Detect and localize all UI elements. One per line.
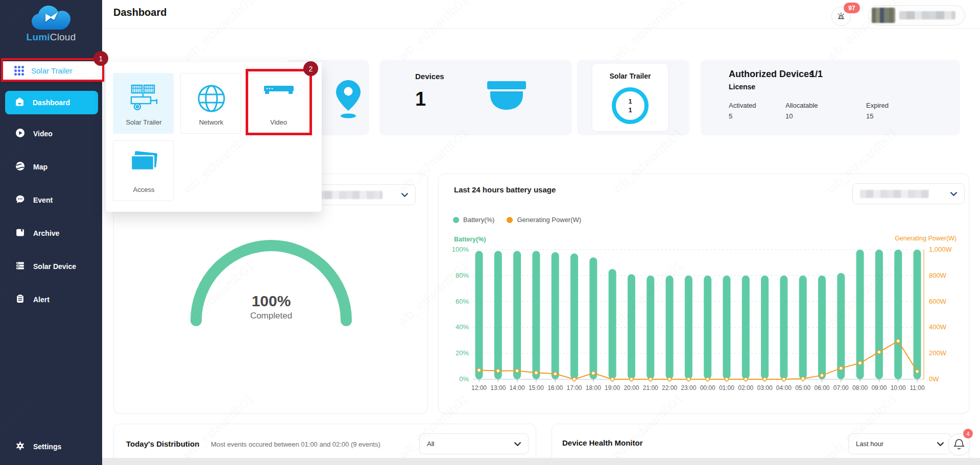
svg-text:1,000W: 1,000W [929, 246, 952, 253]
license-col-value: 15 [866, 112, 889, 120]
svg-text:800W: 800W [929, 272, 947, 279]
chart-filter-dropdown[interactable] [852, 183, 965, 204]
distribution-filter-dropdown[interactable]: All [419, 433, 529, 454]
distribution-subtitle: Most events occured between 01:00 and 02… [211, 440, 380, 448]
access-screens-icon [113, 151, 174, 173]
network-globe-icon [181, 84, 242, 113]
chevron-down-icon [514, 442, 521, 446]
cloud-logo-icon [30, 3, 73, 32]
solar-trailer-title: Solar Trailer [592, 72, 668, 80]
license-col-value: 10 [785, 112, 818, 120]
avatar [872, 8, 895, 23]
authorized-devices-ratio: 1/1 [810, 69, 823, 80]
license-label: License [729, 83, 755, 91]
sidebar-item-label: Alert [33, 296, 50, 304]
solar-trailer-icon [113, 84, 174, 113]
license-col-label: Expired [866, 102, 889, 109]
watermark-text: wb_edwardb01 [180, 0, 257, 64]
dropdown-value-redacted [860, 190, 929, 198]
battery-usage-card: Last 24 hours battery usage Battery(%)Ge… [438, 174, 969, 413]
svg-text:100%: 100% [452, 246, 469, 253]
svg-text:600W: 600W [929, 298, 947, 305]
sidebar-item-archive[interactable]: Archive [0, 222, 102, 245]
app-menu-popup: Solar TrailerNetworkVideoAccess [106, 62, 322, 212]
svg-text:01:00: 01:00 [719, 384, 734, 391]
legend-label: Battery(%) [463, 216, 494, 224]
svg-text:0%: 0% [459, 375, 469, 383]
map-icon [15, 161, 25, 173]
svg-text:15:00: 15:00 [529, 384, 544, 391]
svg-text:16:00: 16:00 [547, 384, 563, 391]
svg-text:17:00: 17:00 [567, 384, 582, 391]
chevron-down-icon [950, 192, 957, 196]
user-account-button[interactable] [868, 5, 965, 26]
chevron-down-icon [937, 442, 944, 446]
app-tile-label: Network [181, 118, 242, 126]
distribution-title: Today's Distribution [126, 439, 199, 448]
location-pin-icon [336, 80, 362, 120]
video-icon [15, 128, 25, 139]
svg-text:Generating Power(W): Generating Power(W) [895, 235, 957, 242]
svg-text:00:00: 00:00 [700, 384, 715, 391]
app-tile-solar-trailer[interactable]: Solar Trailer [113, 73, 174, 134]
header-divider [102, 28, 980, 29]
license-col-activated: Activated5 [729, 102, 756, 120]
license-col-expired: Expired15 [866, 102, 889, 120]
svg-text:80%: 80% [456, 272, 469, 279]
app-tile-video[interactable]: Video [248, 73, 308, 134]
apps-grid-icon [14, 66, 24, 76]
health-bell-badge: 4 [963, 429, 973, 438]
archive-icon [15, 228, 25, 239]
svg-text:Battery(%): Battery(%) [454, 236, 486, 243]
svg-text:19:00: 19:00 [605, 384, 620, 391]
brand-name: LumiCloud [0, 32, 102, 43]
sidebar-item-alert[interactable]: Alert [0, 288, 102, 311]
health-filter-dropdown[interactable]: Last hour [848, 433, 951, 454]
sidebar-item-event[interactable]: Event [0, 188, 102, 212]
watermark-text: wb_edwardb01 [394, 0, 472, 64]
device-health-title: Device Health Monitor [562, 438, 643, 447]
license-col-value: 5 [729, 112, 756, 120]
devices-count: 1 [415, 88, 426, 110]
alert-icon [15, 294, 25, 305]
siren-icon [836, 11, 846, 21]
legend-item[interactable]: Battery(%) [453, 216, 494, 224]
svg-text:22:00: 22:00 [662, 384, 677, 391]
svg-text:12:00: 12:00 [471, 384, 487, 391]
license-col-label: Allocatable [785, 102, 818, 109]
sidebar-item-dashboard[interactable]: Dashboard [5, 91, 98, 114]
bell-icon [953, 438, 965, 451]
svg-text:21:00: 21:00 [643, 384, 658, 391]
solar-trailer-count-top: 1 [628, 97, 632, 106]
svg-text:40%: 40% [456, 323, 469, 331]
sidebar-item-solar-device[interactable]: Solar Device [0, 255, 102, 278]
gauge-label: Completed [195, 311, 348, 321]
app-root: LumiCloud Solar Trailer DashboardVideoMa… [0, 0, 980, 465]
sidebar-item-video[interactable]: Video [0, 122, 102, 145]
distribution-filter-value: All [427, 440, 434, 448]
alarm-count-badge: 97 [844, 3, 860, 13]
app-tile-network[interactable]: Network [180, 73, 241, 134]
sidebar-item-map[interactable]: Map [0, 155, 102, 179]
app-tile-label: Access [113, 186, 174, 193]
page-title: Dashboard [113, 7, 166, 18]
svg-text:200W: 200W [929, 349, 947, 357]
solar-device-icon [15, 261, 25, 272]
svg-text:20%: 20% [456, 349, 469, 357]
legend-item[interactable]: Generating Power(W) [507, 216, 581, 224]
sidebar: LumiCloud Solar Trailer DashboardVideoMa… [0, 0, 102, 465]
app-tile-access[interactable]: Access [113, 140, 174, 201]
license-col-label: Activated [729, 102, 756, 109]
dome-camera-icon [487, 81, 527, 115]
sidebar-item-settings[interactable]: Settings [0, 435, 102, 458]
authorized-devices-card: Authorized Devices 1/1 License Activated… [701, 60, 960, 135]
authorized-devices-title: Authorized Devices [729, 69, 814, 80]
app-switcher-solar-trailer[interactable]: Solar Trailer [3, 61, 103, 80]
svg-text:20:00: 20:00 [624, 384, 639, 391]
svg-text:400W: 400W [929, 323, 947, 331]
sidebar-item-label: Archive [33, 229, 59, 237]
devices-stat-card: Devices 1 [379, 60, 572, 135]
legend-dot-icon [453, 217, 459, 223]
svg-text:18:00: 18:00 [586, 384, 601, 391]
svg-text:23:00: 23:00 [681, 384, 696, 391]
